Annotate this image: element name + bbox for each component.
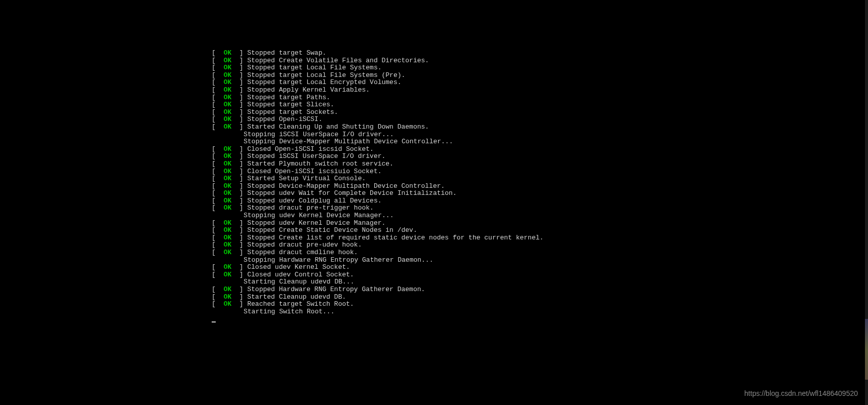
boot-line: [ OK ] Stopped target Sockets.: [212, 109, 543, 116]
boot-line: [ OK ] Closed Open-iSCSI iscsid Socket.: [212, 146, 543, 153]
boot-message: Stopped Apply Kernel Variables.: [247, 86, 370, 94]
bracket-open: [: [212, 115, 223, 123]
status-ok: OK: [223, 64, 231, 71]
bracket-close: ]: [231, 49, 247, 57]
boot-line: [ OK ] Closed Open-iSCSI iscsiuio Socket…: [212, 168, 543, 176]
bracket-open: [: [212, 78, 223, 86]
bracket-close: ]: [231, 263, 247, 271]
bracket-close: ]: [231, 182, 247, 190]
boot-line: [ OK ] Reached target Switch Root.: [212, 301, 543, 308]
status-ok: OK: [223, 175, 231, 182]
status-ok: OK: [223, 182, 231, 190]
boot-line: Stopping iSCSI UserSpace I/O driver...: [212, 131, 543, 139]
boot-line: [ OK ] Started Plymouth switch root serv…: [212, 160, 543, 168]
status-ok: OK: [223, 249, 231, 256]
status-ok: OK: [223, 197, 231, 205]
boot-message: Stopped udev Kernel Device Manager.: [247, 219, 385, 227]
status-ok: OK: [223, 57, 231, 64]
bracket-close: ]: [231, 175, 247, 182]
boot-message: Reached target Switch Root.: [247, 300, 354, 308]
bracket-open: [: [212, 94, 223, 101]
boot-message: Stopped target Local File Systems (Pre).: [247, 71, 405, 79]
boot-line: [ OK ] Stopped Device-Mapper Multipath D…: [212, 183, 543, 190]
bracket-close: ]: [231, 57, 247, 64]
bracket-open: [: [212, 182, 223, 190]
boot-line: [ OK ] Stopped target Paths.: [212, 94, 543, 102]
boot-message: Closed udev Kernel Socket.: [247, 263, 350, 271]
bracket-close: ]: [231, 204, 247, 212]
status-ok: OK: [223, 101, 231, 108]
bracket-open: [: [212, 271, 223, 278]
boot-line: [ OK ] Closed udev Control Socket.: [212, 271, 543, 279]
bracket-close: ]: [231, 94, 247, 101]
boot-line: [ OK ] Stopped dracut pre-trigger hook.: [212, 205, 543, 212]
scrollbar-track[interactable]: [865, 0, 868, 405]
status-ok: OK: [223, 234, 231, 241]
boot-message: Stopped dracut pre-udev hook.: [247, 241, 362, 249]
boot-message: Stopping Device-Mapper Multipath Device …: [212, 138, 453, 145]
boot-line: [ OK ] Started Cleaning Up and Shutting …: [212, 124, 543, 131]
boot-line: [ OK ] Stopped Create list of required s…: [212, 234, 543, 242]
boot-message: Stopped Open-iSCSI.: [247, 115, 322, 123]
boot-message: Stopped udev Coldplug all Devices.: [247, 197, 381, 205]
bracket-close: ]: [231, 64, 247, 71]
boot-message: Started Plymouth switch root service.: [247, 160, 393, 168]
status-ok: OK: [223, 263, 231, 271]
bracket-open: [: [212, 234, 223, 241]
boot-message: Starting Switch Root...: [212, 308, 334, 315]
bracket-close: ]: [231, 271, 247, 278]
bracket-open: [: [212, 108, 223, 116]
boot-line: [ OK ] Stopped target Local File Systems…: [212, 64, 543, 72]
bracket-open: [: [212, 286, 223, 293]
boot-line: [ OK ] Stopped udev Kernel Device Manage…: [212, 220, 543, 227]
boot-line: Starting Switch Root...: [212, 308, 543, 316]
boot-line: [ OK ] Stopped udev Wait for Complete De…: [212, 190, 543, 197]
boot-message: Stopped Create Static Device Nodes in /d…: [247, 226, 417, 234]
bracket-open: [: [212, 71, 223, 79]
boot-message: Closed Open-iSCSI iscsid Socket.: [247, 145, 374, 153]
status-ok: OK: [223, 189, 231, 197]
boot-line: Stopping Device-Mapper Multipath Device …: [212, 138, 543, 146]
bracket-close: ]: [231, 189, 247, 197]
bracket-close: ]: [231, 249, 247, 256]
bracket-close: ]: [231, 160, 247, 168]
boot-line: [ OK ] Stopped iSCSI UserSpace I/O drive…: [212, 153, 543, 160]
bracket-close: ]: [231, 226, 247, 234]
boot-message: Stopped iSCSI UserSpace I/O driver.: [247, 152, 385, 160]
boot-line: [ OK ] Stopped Apply Kernel Variables.: [212, 87, 543, 94]
bracket-open: [: [212, 49, 223, 57]
boot-message: Stopped target Local File Systems.: [247, 64, 381, 71]
status-ok: OK: [223, 293, 231, 301]
boot-message: Started Cleaning Up and Shutting Down Da…: [247, 123, 429, 131]
boot-message: Starting Cleanup udevd DB...: [212, 278, 354, 286]
watermark-text: https://blog.csdn.net/wfl1486409520: [744, 390, 858, 397]
status-ok: OK: [223, 94, 231, 101]
bracket-close: ]: [231, 234, 247, 241]
boot-line: Stopping udev Kernel Device Manager...: [212, 212, 543, 220]
bracket-close: ]: [231, 86, 247, 94]
boot-line: [ OK ] Stopped target Local File Systems…: [212, 72, 543, 79]
scrollbar-thumb[interactable]: [865, 319, 868, 380]
boot-line: [ OK ] Stopped Hardware RNG Entropy Gath…: [212, 286, 543, 294]
boot-line: [ OK ] Stopped udev Coldplug all Devices…: [212, 197, 543, 205]
bracket-open: [: [212, 152, 223, 160]
bracket-close: ]: [231, 71, 247, 79]
bracket-open: [: [212, 249, 223, 256]
bracket-open: [: [212, 219, 223, 227]
status-ok: OK: [223, 300, 231, 308]
bracket-open: [: [212, 57, 223, 64]
boot-message: Stopped Hardware RNG Entropy Gatherer Da…: [247, 286, 425, 293]
boot-message: Started Cleanup udevd DB.: [247, 293, 346, 301]
status-ok: OK: [223, 160, 231, 168]
boot-message: Stopped udev Wait for Complete Device In…: [247, 189, 456, 197]
boot-line: [ OK ] Stopped Open-iSCSI.: [212, 116, 543, 124]
cursor: [212, 321, 216, 322]
boot-message: Stopped Device-Mapper Multipath Device C…: [247, 182, 445, 190]
status-ok: OK: [223, 145, 231, 153]
boot-terminal: [ OK ] Stopped target Swap.[ OK ] Stoppe…: [212, 50, 543, 325]
boot-line: [ OK ] Started Setup Virtual Console.: [212, 175, 543, 183]
boot-message: Stopping iSCSI UserSpace I/O driver...: [212, 131, 393, 138]
status-ok: OK: [223, 86, 231, 94]
status-ok: OK: [223, 49, 231, 57]
boot-message: Stopped dracut cmdline hook.: [247, 249, 358, 256]
